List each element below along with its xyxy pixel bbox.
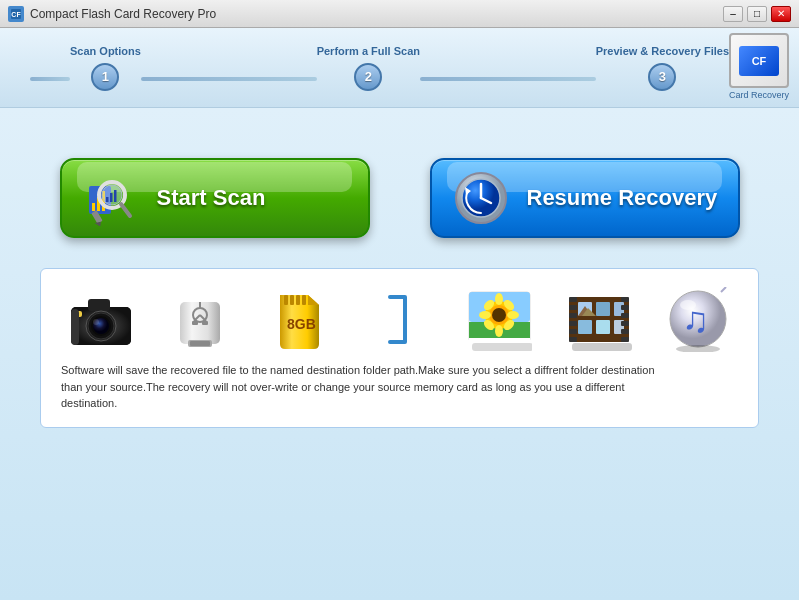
svg-rect-66 xyxy=(596,320,610,334)
film-reel-icon-item xyxy=(559,284,639,354)
photo-icon xyxy=(467,287,532,352)
svg-point-26 xyxy=(93,319,99,325)
track-left xyxy=(30,77,70,81)
svg-rect-72 xyxy=(569,329,577,334)
step-1-label: Scan Options xyxy=(70,45,141,57)
track-mid2 xyxy=(420,77,596,81)
svg-rect-3 xyxy=(92,203,95,211)
music-note-icon-item: ♫ xyxy=(658,284,738,354)
scan-icon xyxy=(84,171,139,226)
resume-icon-area xyxy=(452,168,512,228)
desc-line1: Software will save the recovered file to… xyxy=(61,364,655,376)
svg-rect-73 xyxy=(569,337,577,342)
svg-rect-68 xyxy=(569,297,577,302)
resume-recovery-label: Resume Recovery xyxy=(527,185,718,211)
svg-rect-41 xyxy=(296,295,300,305)
svg-text:8GB: 8GB xyxy=(287,316,316,332)
svg-rect-63 xyxy=(596,302,610,316)
app-icon: CF xyxy=(8,6,24,22)
svg-line-86 xyxy=(721,287,726,292)
svg-rect-69 xyxy=(569,305,577,310)
usb-drive-icon-item xyxy=(161,284,241,354)
sd-card-icon: 8GB xyxy=(272,287,327,352)
window-controls: – □ ✕ xyxy=(723,6,791,22)
svg-rect-35 xyxy=(202,321,208,325)
svg-point-50 xyxy=(495,325,503,337)
svg-rect-79 xyxy=(621,337,629,342)
resume-icon xyxy=(454,171,509,226)
svg-rect-77 xyxy=(621,321,629,326)
track-mid1 xyxy=(141,77,317,81)
svg-rect-11 xyxy=(114,190,117,202)
svg-rect-37 xyxy=(190,341,210,346)
step-3: Preview & Recovery Files 3 xyxy=(596,45,729,91)
svg-rect-71 xyxy=(569,321,577,326)
logo-cf-text: CF xyxy=(752,55,767,67)
main-content: Start Scan xyxy=(0,108,799,600)
svg-rect-70 xyxy=(569,313,577,318)
svg-point-57 xyxy=(492,308,506,322)
close-button[interactable]: ✕ xyxy=(771,6,791,22)
restore-button[interactable]: □ xyxy=(747,6,767,22)
svg-point-51 xyxy=(479,311,491,319)
action-buttons: Start Scan xyxy=(40,158,759,238)
photo-icon-item xyxy=(459,284,539,354)
camera-icon-item xyxy=(61,284,141,354)
resume-recovery-button[interactable]: Resume Recovery xyxy=(430,158,740,238)
step-3-label: Preview & Recovery Files xyxy=(596,45,729,57)
desc-line2: than your source.The recovery will not o… xyxy=(61,381,625,393)
minimize-button[interactable]: – xyxy=(723,6,743,22)
film-reel-icon xyxy=(564,287,634,352)
description-text: Software will save the recovered file to… xyxy=(61,362,738,412)
svg-rect-10 xyxy=(110,193,113,202)
svg-rect-60 xyxy=(472,343,532,351)
desc-line3: destination. xyxy=(61,397,117,409)
steps-bar: Scan Options 1 Perform a Full Scan 2 Pre… xyxy=(0,28,799,108)
svg-rect-9 xyxy=(106,197,109,202)
svg-rect-65 xyxy=(578,320,592,334)
sd-card-icon-item: 8GB xyxy=(260,284,340,354)
logo-subtitle: Card Recovery xyxy=(729,90,789,101)
app-title: Compact Flash Card Recovery Pro xyxy=(30,7,216,21)
svg-rect-78 xyxy=(621,329,629,334)
scan-icon-area xyxy=(82,168,142,228)
svg-rect-40 xyxy=(290,295,294,305)
start-scan-button[interactable]: Start Scan xyxy=(60,158,370,238)
step-1-circle: 1 xyxy=(91,63,119,91)
step-1: Scan Options 1 xyxy=(70,45,141,91)
bracket-icon xyxy=(385,287,415,352)
svg-point-87 xyxy=(676,345,720,352)
svg-point-85 xyxy=(680,300,696,310)
svg-rect-76 xyxy=(621,313,629,318)
svg-rect-21 xyxy=(88,299,110,311)
svg-rect-75 xyxy=(621,305,629,310)
svg-point-49 xyxy=(495,293,503,305)
svg-rect-42 xyxy=(302,295,306,305)
svg-rect-82 xyxy=(572,343,632,351)
svg-line-8 xyxy=(121,204,130,216)
step-2: Perform a Full Scan 2 xyxy=(317,45,420,91)
svg-rect-34 xyxy=(192,321,198,325)
svg-rect-39 xyxy=(284,295,288,305)
start-scan-label: Start Scan xyxy=(157,185,266,211)
app-logo: CF Card Recovery xyxy=(729,33,789,101)
svg-rect-74 xyxy=(621,297,629,302)
camera-icon xyxy=(66,287,136,352)
svg-point-52 xyxy=(507,311,519,319)
title-bar: CF Compact Flash Card Recovery Pro – □ ✕ xyxy=(0,0,799,28)
device-icons-panel: 8GB xyxy=(40,268,759,428)
bracket-icon-item xyxy=(360,284,440,354)
step-2-circle: 2 xyxy=(354,63,382,91)
usb-drive-icon xyxy=(170,287,230,352)
icons-row: 8GB xyxy=(61,284,738,354)
step-3-circle: 3 xyxy=(648,63,676,91)
svg-rect-28 xyxy=(71,309,79,345)
svg-text:CF: CF xyxy=(11,11,21,18)
music-note-icon: ♫ xyxy=(666,287,731,352)
step-2-label: Perform a Full Scan xyxy=(317,45,420,57)
